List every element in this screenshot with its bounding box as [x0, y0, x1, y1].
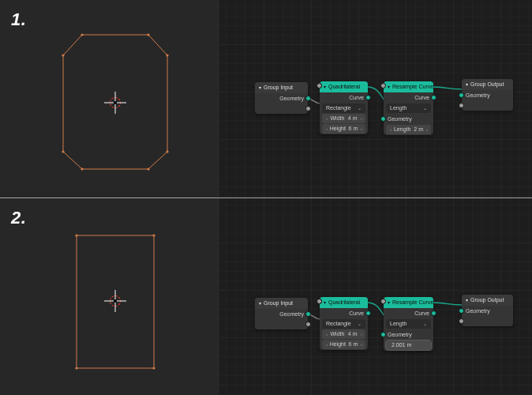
svg-point-11: [152, 234, 155, 236]
node-header[interactable]: ▾Group Input: [255, 298, 308, 309]
collapse-icon[interactable]: ▾: [259, 298, 261, 309]
socket-geometry-in[interactable]: Geometry: [384, 114, 433, 124]
drag-icon: ›: [361, 114, 362, 123]
socket-empty-in[interactable]: [462, 316, 513, 326]
cursor-3d-icon: [107, 293, 123, 309]
socket-curve-out[interactable]: Curve: [384, 92, 433, 103]
drag-icon: ›: [361, 124, 362, 134]
node-title: Resample Curve: [392, 81, 433, 92]
collapse-icon[interactable]: ▾: [466, 79, 468, 90]
chevron-down-icon: ⌄: [358, 319, 362, 329]
collapse-icon[interactable]: ▾: [388, 81, 390, 92]
panel-2: 2. ▾Group Input Geometry ▾Qu: [0, 198, 532, 396]
collapse-icon[interactable]: ▾: [324, 81, 326, 92]
socket-geometry-in[interactable]: Geometry: [462, 306, 513, 316]
socket-geometry-out[interactable]: Geometry: [255, 93, 308, 103]
viewport-3d[interactable]: 1.: [0, 0, 219, 198]
socket-curve-out[interactable]: Curve: [320, 92, 368, 103]
drag-icon: ‹: [326, 114, 327, 123]
node-group-output[interactable]: ▾Group Output Geometry: [462, 295, 513, 326]
node-editor[interactable]: ▾Group Input Geometry ▾Quadrilateral Cur…: [219, 198, 532, 396]
node-title: Group Output: [470, 295, 504, 306]
node-header[interactable]: ▾Group Output: [462, 295, 513, 306]
chevron-down-icon: ⌄: [358, 103, 362, 113]
node-title: Group Input: [264, 298, 293, 309]
mode-dropdown[interactable]: Length⌄: [386, 319, 431, 329]
svg-point-2: [147, 33, 149, 36]
node-group-output[interactable]: ▾Group Output Geometry: [462, 79, 513, 111]
drag-icon: ‹: [326, 329, 327, 339]
node-header[interactable]: ▾Quadrilateral: [320, 81, 368, 92]
panel-1: 1. ▾Group Input Geometry: [0, 0, 532, 198]
node-header[interactable]: ▾Resample Curve: [384, 297, 433, 308]
width-field[interactable]: ‹Width4 m›: [322, 329, 365, 339]
socket-geometry-in[interactable]: Geometry: [462, 90, 513, 100]
node-quadrilateral[interactable]: ▾Quadrilateral Curve Rectangle⌄ ‹Width4 …: [320, 297, 368, 350]
svg-point-12: [152, 367, 155, 369]
node-editor[interactable]: ▾Group Input Geometry ▾Quadrilateral Cur…: [219, 0, 532, 198]
comparison-container: 1. ▾Group Input Geometry: [0, 0, 532, 395]
mode-dropdown[interactable]: Rectangle⌄: [322, 319, 365, 329]
height-field[interactable]: ‹Height6 m›: [322, 340, 365, 349]
node-header[interactable]: ▾Group Output: [462, 79, 513, 90]
socket-geometry-in[interactable]: Geometry: [384, 329, 433, 340]
socket-empty-out[interactable]: [255, 103, 308, 114]
chevron-down-icon: ⌄: [423, 103, 427, 113]
viewport-3d[interactable]: 2.: [0, 198, 219, 396]
length-field[interactable]: ‹Length2 m›: [386, 125, 431, 134]
node-group-input[interactable]: ▾Group Input Geometry: [255, 82, 308, 114]
svg-point-6: [81, 167, 83, 170]
drag-icon: ›: [361, 340, 362, 349]
mode-dropdown[interactable]: Rectangle⌄: [322, 103, 365, 113]
svg-point-7: [62, 150, 64, 152]
socket-empty-in[interactable]: [462, 100, 513, 111]
drag-icon: ›: [426, 125, 427, 134]
drag-icon: ‹: [326, 340, 327, 349]
collapse-icon[interactable]: ▾: [324, 297, 326, 308]
node-header[interactable]: ▾Group Input: [255, 82, 308, 93]
drag-icon: ‹: [326, 124, 327, 134]
svg-point-3: [166, 54, 168, 56]
svg-point-10: [75, 234, 77, 236]
node-group-input[interactable]: ▾Group Input Geometry: [255, 298, 308, 329]
node-resample-curve[interactable]: ▾Resample Curve Curve Length⌄ Geometry 2…: [384, 297, 433, 351]
height-field[interactable]: ‹Height6 m›: [322, 124, 365, 134]
drag-icon: ›: [361, 329, 362, 339]
collapse-icon[interactable]: ▾: [388, 297, 390, 308]
chevron-down-icon: ⌄: [423, 319, 427, 329]
drag-icon: ‹: [390, 125, 391, 134]
node-title: Quadrilateral: [328, 297, 360, 308]
node-title: Group Output: [470, 79, 504, 90]
collapse-icon[interactable]: ▾: [466, 295, 468, 306]
node-title: Group Input: [264, 82, 293, 93]
socket-geometry-out[interactable]: Geometry: [255, 309, 308, 319]
node-title: Resample Curve: [392, 297, 433, 308]
svg-point-8: [62, 54, 64, 56]
width-field[interactable]: ‹Width4 m›: [322, 114, 365, 123]
socket-curve-out[interactable]: Curve: [320, 308, 368, 318]
collapse-icon[interactable]: ▾: [259, 82, 261, 93]
svg-point-4: [166, 150, 168, 152]
node-title: Quadrilateral: [328, 81, 360, 92]
svg-point-1: [81, 33, 83, 36]
node-header[interactable]: ▾Quadrilateral: [320, 297, 368, 308]
socket-curve-out[interactable]: Curve: [384, 308, 433, 318]
svg-point-5: [147, 167, 149, 170]
node-quadrilateral[interactable]: ▾Quadrilateral Curve Rectangle⌄ ‹Width4 …: [320, 81, 368, 134]
mode-dropdown[interactable]: Length⌄: [386, 103, 431, 113]
cursor-3d-icon: [107, 95, 123, 111]
length-field[interactable]: 2.001 m: [386, 340, 431, 350]
socket-empty-out[interactable]: [255, 319, 308, 329]
svg-point-13: [75, 367, 77, 369]
node-header[interactable]: ▾Resample Curve: [384, 81, 433, 92]
node-resample-curve[interactable]: ▾Resample Curve Curve Length⌄ Geometry ‹…: [384, 81, 433, 135]
